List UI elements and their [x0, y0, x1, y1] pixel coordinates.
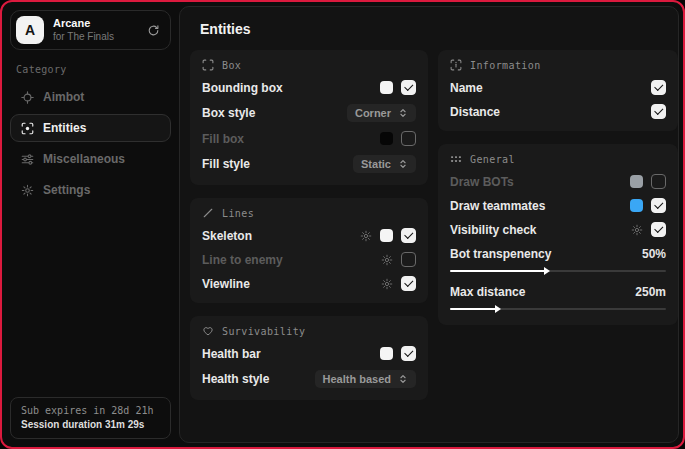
- slider-thumb[interactable]: [495, 305, 501, 313]
- color-swatch[interactable]: [380, 132, 393, 145]
- checkbox[interactable]: [401, 276, 416, 291]
- sidebar-nav: Aimbot Entities Miscellaneous Settings: [10, 83, 171, 204]
- app-subtitle: for The Finals: [53, 31, 114, 44]
- app-window: A Arcane for The Finals Category Aimbot: [0, 0, 685, 449]
- box-card: Box Bounding box Box style Corner: [190, 50, 428, 185]
- scan-eye-icon: [21, 122, 34, 135]
- sidebar: A Arcane for The Finals Category Aimbot: [2, 2, 179, 447]
- card-header: Information: [470, 60, 541, 71]
- fill-style-dropdown[interactable]: Static: [353, 155, 416, 173]
- general-card: General Draw BOTs Draw teammates: [438, 144, 678, 325]
- setting-row-max-distance: Max distance 250m: [450, 284, 666, 299]
- gear-icon[interactable]: [381, 278, 393, 290]
- setting-label: Max distance: [450, 285, 525, 299]
- gear-icon[interactable]: [631, 224, 643, 236]
- setting-label: Box style: [202, 106, 255, 120]
- health-style-dropdown[interactable]: Health based: [315, 370, 416, 388]
- setting-label: Line to enemy: [202, 253, 283, 267]
- checkbox[interactable]: [651, 174, 666, 189]
- setting-row-bounding-box: Bounding box: [202, 80, 416, 95]
- card-header: Lines: [222, 208, 254, 219]
- heart-icon: [202, 325, 214, 337]
- setting-label: Visibility check: [450, 223, 537, 237]
- setting-label: Fill box: [202, 132, 244, 146]
- checkbox[interactable]: [651, 198, 666, 213]
- chevron-updown-icon: [398, 374, 408, 384]
- setting-label: Health bar: [202, 347, 261, 361]
- checkbox[interactable]: [651, 222, 666, 237]
- setting-row-fill-style: Fill style Static: [202, 155, 416, 173]
- setting-row-health-bar: Health bar: [202, 346, 416, 361]
- card-header: Box: [222, 60, 241, 71]
- checkbox[interactable]: [401, 252, 416, 267]
- information-card: Information Name Distance: [438, 50, 678, 131]
- setting-label: Distance: [450, 105, 500, 119]
- setting-row-box-style: Box style Corner: [202, 104, 416, 122]
- setting-label: Name: [450, 81, 483, 95]
- category-label: Category: [16, 64, 171, 75]
- setting-label: Health style: [202, 372, 269, 386]
- sidebar-item-label: Settings: [43, 183, 90, 197]
- color-swatch[interactable]: [380, 347, 393, 360]
- setting-label: Draw BOTs: [450, 175, 514, 189]
- sidebar-item-miscellaneous[interactable]: Miscellaneous: [10, 145, 171, 173]
- checkbox[interactable]: [401, 228, 416, 243]
- checkbox[interactable]: [401, 346, 416, 361]
- color-swatch[interactable]: [380, 229, 393, 242]
- dropdown-value: Corner: [355, 107, 391, 119]
- checkbox[interactable]: [651, 104, 666, 119]
- setting-label: Fill style: [202, 157, 250, 171]
- sidebar-item-label: Aimbot: [43, 90, 84, 104]
- sliders-icon: [21, 153, 34, 166]
- setting-row-line-to-enemy: Line to enemy: [202, 252, 416, 267]
- sub-expiry-text: Sub expires in 28d 21h: [21, 405, 160, 416]
- box-corners-icon: [202, 59, 214, 71]
- color-swatch[interactable]: [630, 175, 643, 188]
- setting-row-distance: Distance: [450, 104, 666, 119]
- sync-icon[interactable]: [147, 24, 160, 37]
- card-header: Survivability: [222, 326, 305, 337]
- sidebar-item-settings[interactable]: Settings: [10, 176, 171, 204]
- slider-thumb[interactable]: [544, 267, 550, 275]
- sidebar-item-aimbot[interactable]: Aimbot: [10, 83, 171, 111]
- main-panel: Entities Box Bounding box: [179, 6, 679, 443]
- grid-dots-icon: [450, 153, 462, 165]
- box-style-dropdown[interactable]: Corner: [347, 104, 416, 122]
- slider-value: 250m: [635, 285, 666, 299]
- setting-label: Draw teammates: [450, 199, 545, 213]
- gear-icon[interactable]: [360, 230, 372, 242]
- setting-label: Viewline: [202, 277, 250, 291]
- session-duration-text: Session duration 31m 29s: [21, 419, 160, 430]
- checkbox[interactable]: [401, 131, 416, 146]
- setting-label: Bounding box: [202, 81, 283, 95]
- logo-card: A Arcane for The Finals: [10, 10, 171, 50]
- color-swatch[interactable]: [380, 81, 393, 94]
- bot-transparency-slider[interactable]: [450, 266, 666, 275]
- sidebar-item-entities[interactable]: Entities: [10, 114, 171, 142]
- app-logo: A: [16, 16, 44, 44]
- slider-fill: [450, 308, 498, 310]
- color-swatch[interactable]: [630, 199, 643, 212]
- info-scan-icon: [450, 59, 462, 71]
- chevron-updown-icon: [398, 108, 408, 118]
- setting-row-draw-bots: Draw BOTs: [450, 174, 666, 189]
- gear-icon[interactable]: [381, 254, 393, 266]
- setting-row-name: Name: [450, 80, 666, 95]
- setting-label: Skeleton: [202, 229, 252, 243]
- setting-row-bot-transparency: Bot transpenency 50%: [450, 246, 666, 261]
- diagonal-line-icon: [202, 207, 214, 219]
- crosshair-icon: [21, 91, 34, 104]
- app-name: Arcane: [53, 17, 114, 31]
- checkbox[interactable]: [651, 80, 666, 95]
- setting-row-draw-teammates: Draw teammates: [450, 198, 666, 213]
- checkbox[interactable]: [401, 80, 416, 95]
- setting-label: Bot transpenency: [450, 247, 551, 261]
- max-distance-slider[interactable]: [450, 304, 666, 313]
- setting-row-skeleton: Skeleton: [202, 228, 416, 243]
- setting-row-visibility-check: Visibility check: [450, 222, 666, 237]
- card-header: General: [470, 154, 515, 165]
- sidebar-item-label: Entities: [43, 121, 86, 135]
- sidebar-item-label: Miscellaneous: [43, 152, 125, 166]
- dropdown-value: Health based: [323, 373, 391, 385]
- slider-value: 50%: [642, 247, 666, 261]
